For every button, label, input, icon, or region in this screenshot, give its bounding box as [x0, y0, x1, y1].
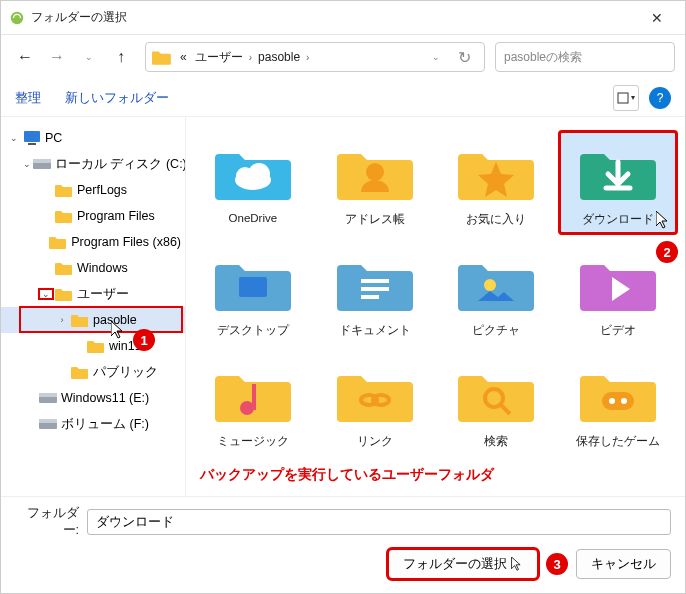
tree-item-label: Program Files (x86): [71, 235, 181, 249]
refresh-button[interactable]: ↻: [450, 43, 478, 71]
folder-item[interactable]: ピクチャ: [438, 242, 556, 345]
folder-item-label: ドキュメント: [339, 323, 411, 338]
search-input[interactable]: pasobleの検索: [495, 42, 675, 72]
address-bar[interactable]: « ユーザー › pasoble › ⌄ ↻: [145, 42, 485, 72]
svg-point-4: [11, 11, 23, 23]
tree-expand-icon[interactable]: ⌄: [23, 159, 31, 169]
close-button[interactable]: ✕: [637, 3, 677, 33]
address-dropdown[interactable]: ⌄: [422, 43, 450, 71]
folder-icon: [71, 363, 89, 381]
tree-item-label: パブリック: [93, 364, 158, 381]
folder-name-input[interactable]: [87, 509, 671, 535]
svg-rect-13: [361, 295, 379, 299]
tree-item-label: ローカル ディスク (C:): [55, 156, 186, 173]
search-folder-icon: [452, 360, 540, 430]
folder-item[interactable]: リンク: [316, 353, 434, 456]
breadcrumb-1[interactable]: pasoble: [254, 48, 304, 66]
links-folder-icon: [331, 360, 419, 430]
tree-item[interactable]: ⌄ユーザー: [1, 281, 185, 307]
folder-item[interactable]: ドキュメント: [316, 242, 434, 345]
folder-item-label: お気に入り: [466, 212, 526, 227]
games-folder-icon: [574, 360, 662, 430]
breadcrumb-root[interactable]: «: [176, 48, 191, 66]
folder-icon: [55, 181, 73, 199]
folder-content[interactable]: OneDriveアドレス帳お気に入りダウンロードデスクトップドキュメントピクチャ…: [186, 117, 685, 496]
tree-item[interactable]: Program Files: [1, 203, 185, 229]
tree-expand-icon[interactable]: ⌄: [7, 133, 21, 143]
tree-item[interactable]: Windows11 (E:): [1, 385, 185, 411]
svg-point-14: [484, 279, 496, 291]
folder-item-label: ピクチャ: [472, 323, 520, 338]
folder-item[interactable]: ビデオ2: [559, 242, 677, 345]
folder-select-dialog: フォルダーの選択 ✕ ← → ⌄ ↑ « ユーザー › pasoble › ⌄ …: [0, 0, 686, 594]
tree-item[interactable]: Program Files (x86): [1, 229, 185, 255]
desktop-folder-icon: [209, 249, 297, 319]
music-folder-icon: [209, 360, 297, 430]
tree-item[interactable]: ›pasoble1: [1, 307, 185, 333]
back-button[interactable]: ←: [11, 43, 39, 71]
folder-icon: [55, 259, 73, 277]
svg-rect-16: [252, 384, 256, 410]
folder-item-label: 検索: [484, 434, 508, 449]
toolbar: 整理 新しいフォルダー ▾ ?: [1, 79, 685, 117]
tree-item[interactable]: Windows: [1, 255, 185, 281]
tree-item[interactable]: ボリューム (F:): [1, 411, 185, 437]
folder-item[interactable]: 保存したゲーム: [559, 353, 677, 456]
tree-item[interactable]: ⌄ローカル ディスク (C:): [1, 151, 185, 177]
titlebar: フォルダーの選択 ✕: [1, 1, 685, 35]
folder-item-label: OneDrive: [229, 212, 278, 224]
folder-item[interactable]: アドレス帳: [316, 131, 434, 234]
select-folder-button[interactable]: フォルダーの選択: [388, 549, 538, 579]
folder-item-label: アドレス帳: [345, 212, 405, 227]
view-mode-button[interactable]: ▾: [613, 85, 639, 111]
downloads-folder-icon: [574, 138, 662, 208]
new-folder-button[interactable]: 新しいフォルダー: [65, 89, 169, 107]
breadcrumb-0[interactable]: ユーザー: [191, 47, 247, 68]
pictures-folder-icon: [452, 249, 540, 319]
documents-folder-icon: [331, 249, 419, 319]
folder-item[interactable]: お気に入り: [438, 131, 556, 234]
onedrive-folder-icon: [209, 138, 297, 208]
folder-item[interactable]: デスクトップ: [194, 242, 312, 345]
drive-icon: [39, 389, 57, 407]
drive-icon: [33, 155, 51, 173]
folder-item[interactable]: OneDrive: [194, 131, 312, 234]
tree-item[interactable]: win11: [1, 333, 185, 359]
folder-item[interactable]: ミュージック: [194, 353, 312, 456]
svg-rect-5: [618, 93, 628, 103]
tree-item-label: ユーザー: [77, 286, 129, 303]
tree-item-label: ボリューム (F:): [61, 416, 149, 433]
organize-menu[interactable]: 整理: [15, 89, 41, 107]
tree-expand-icon[interactable]: ⌄: [39, 289, 53, 299]
app-icon: [9, 10, 25, 26]
cursor-icon: [656, 211, 670, 229]
tree-item-label: PerfLogs: [77, 183, 127, 197]
tree-item-label: PC: [45, 131, 62, 145]
forward-button[interactable]: →: [43, 43, 71, 71]
folder-item-label: ダウンロード: [582, 212, 654, 227]
tree-item[interactable]: ⌄PC: [1, 125, 185, 151]
tree-item-label: Windows11 (E:): [61, 391, 149, 405]
annotation-badge-2: 2: [656, 241, 678, 263]
folder-item-label: リンク: [357, 434, 393, 449]
svg-point-15: [240, 401, 254, 415]
folder-icon: [49, 233, 67, 251]
folder-tree[interactable]: ⌄PC⌄ローカル ディスク (C:)PerfLogsProgram FilesP…: [1, 117, 186, 496]
tree-item[interactable]: パブリック: [1, 359, 185, 385]
cancel-button[interactable]: キャンセル: [576, 549, 671, 579]
folder-item[interactable]: 検索: [438, 353, 556, 456]
up-button[interactable]: ↑: [107, 43, 135, 71]
folder-field-label: フォルダー:: [15, 505, 79, 539]
folder-item[interactable]: ダウンロード: [559, 131, 677, 234]
recent-dropdown[interactable]: ⌄: [75, 43, 103, 71]
svg-rect-10: [239, 277, 267, 297]
annotation-caption: バックアップを実行しているユーザーフォルダ: [194, 466, 677, 484]
contacts-folder-icon: [331, 138, 419, 208]
svg-point-9: [366, 163, 384, 181]
tree-expand-icon[interactable]: ›: [55, 315, 69, 325]
folder-icon: [55, 207, 73, 225]
dialog-body: ⌄PC⌄ローカル ディスク (C:)PerfLogsProgram FilesP…: [1, 117, 685, 496]
tree-item[interactable]: PerfLogs: [1, 177, 185, 203]
tree-item-label: Program Files: [77, 209, 155, 223]
help-button[interactable]: ?: [649, 87, 671, 109]
